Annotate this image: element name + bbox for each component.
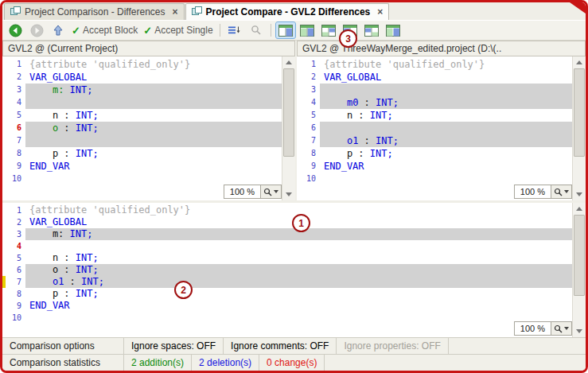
code-token: m:	[29, 228, 70, 239]
code-line: 5 n : INT;	[2, 252, 572, 264]
ignore-comments-toggle[interactable]: Ignore comments: OFF	[224, 338, 337, 354]
code-token: INT;	[76, 252, 99, 263]
code-token: END_VAR	[29, 161, 70, 172]
code-token: m:	[53, 84, 64, 95]
code-token: o :	[29, 264, 76, 275]
tab-close-icon[interactable]: ×	[377, 6, 383, 17]
ignore-properties-toggle[interactable]: Ignore properties: OFF	[337, 338, 448, 354]
navigate-differences-button[interactable]	[225, 22, 244, 38]
code-text: n : INT;	[25, 252, 572, 264]
code-line: 9END_VAR	[2, 300, 572, 312]
forward-button[interactable]	[27, 22, 46, 38]
back-button[interactable]	[6, 22, 25, 38]
view-mode-6-button[interactable]	[384, 22, 403, 38]
view-mode-2-button[interactable]	[298, 22, 317, 38]
right-vertical-scrollbar[interactable]	[572, 56, 586, 200]
accept-single-button[interactable]: ✓ Accept Single	[142, 22, 214, 38]
line-number: 4	[6, 240, 25, 252]
code-token: m0	[347, 97, 358, 108]
code-text: p : INT;	[25, 147, 282, 160]
zoom-magnifier-icon	[554, 324, 563, 333]
code-text	[320, 122, 572, 134]
left-pane-header: GVL2 @ (Current Project)	[2, 41, 295, 56]
code-token: :	[358, 97, 376, 108]
zoom-dropdown-icon	[564, 327, 569, 330]
code-token	[29, 84, 53, 95]
left-code-editor[interactable]: 1{attribute 'qualified_only'}2VAR_GLOBAL…	[2, 56, 282, 200]
zoom-button[interactable]	[260, 185, 281, 198]
code-line: 7	[2, 134, 282, 147]
scrollbar-track[interactable]	[573, 215, 586, 325]
view-mode-5-button[interactable]	[362, 22, 381, 38]
view-mode-5-icon	[364, 25, 379, 37]
line-number: 10	[6, 173, 25, 185]
code-line: 3 m: INT;	[2, 84, 282, 96]
tab-project-comparison-differences[interactable]: Project Comparison - Differences ×	[4, 3, 185, 20]
line-number: 8	[6, 147, 25, 160]
code-line: 3 m: INT;	[2, 228, 572, 240]
tab-close-icon[interactable]: ×	[173, 6, 178, 17]
right-code-editor[interactable]: 1{attribute 'qualified_only'}2VAR_GLOBAL…	[297, 56, 572, 200]
view-mode-2-icon	[300, 25, 314, 37]
scroll-down-arrow-icon	[576, 329, 582, 333]
scrollbar-track[interactable]	[282, 68, 295, 188]
zoom-level[interactable]: 100 %	[224, 185, 260, 198]
diff-list-icon	[228, 25, 241, 36]
accept-block-label: Accept Block	[83, 25, 138, 36]
scroll-down-button[interactable]	[573, 325, 586, 337]
line-number: 7	[300, 134, 320, 147]
scrollbar-thumb[interactable]	[574, 68, 585, 157]
code-text: n : INT;	[320, 109, 572, 122]
view-mode-3-button[interactable]	[319, 22, 338, 38]
up-button[interactable]	[49, 22, 68, 38]
code-text: END_VAR	[320, 160, 572, 173]
zoom-button[interactable]	[551, 185, 571, 198]
code-text: {attribute 'qualified_only'}	[25, 58, 282, 71]
merged-vertical-scrollbar[interactable]	[572, 203, 586, 337]
scroll-up-arrow-icon	[286, 60, 292, 64]
accept-block-button[interactable]: ✓ Accept Block	[70, 22, 139, 38]
merged-zoom-control: 100 %	[514, 321, 572, 336]
find-button[interactable]	[247, 22, 266, 38]
code-text: END_VAR	[25, 160, 282, 173]
code-line: 4	[2, 240, 572, 252]
zoom-dropdown-icon	[274, 190, 278, 193]
deletions-count: 2 deletion(s)	[192, 355, 259, 371]
code-line: 9END_VAR	[2, 160, 282, 173]
check-icon: ✓	[72, 25, 80, 37]
code-line: 2VAR_GLOBAL	[2, 71, 282, 84]
zoom-level[interactable]: 100 %	[515, 322, 551, 335]
line-number: 8	[6, 288, 25, 300]
scroll-down-button[interactable]	[573, 188, 586, 200]
tab-project-compare-gvl2-differences[interactable]: Project Compare - GVL2 Differences ×	[185, 3, 390, 20]
code-token: INT;	[370, 110, 393, 121]
scrollbar-track[interactable]	[573, 68, 586, 188]
corner-marker	[570, 2, 586, 14]
scrollbar-thumb[interactable]	[574, 215, 585, 296]
ignore-spaces-toggle[interactable]: Ignore spaces: OFF	[124, 338, 224, 354]
code-token: o1	[53, 276, 64, 287]
code-text: VAR_GLOBAL	[320, 71, 572, 84]
additions-count: 2 addition(s)	[124, 355, 192, 371]
scroll-up-button[interactable]	[282, 56, 295, 68]
line-number: 6	[6, 122, 25, 134]
scroll-up-button[interactable]	[573, 203, 586, 215]
zoom-magnifier-icon	[263, 188, 272, 196]
code-token: VAR_GLOBAL	[29, 216, 87, 227]
zoom-level[interactable]: 100 %	[515, 185, 551, 198]
code-token: {attribute 'qualified_only'}	[29, 204, 190, 216]
code-token: :	[58, 122, 76, 134]
view-mode-1-button[interactable]	[276, 22, 295, 38]
line-number: 8	[300, 147, 320, 160]
line-number: 9	[6, 160, 25, 173]
code-token: {attribute 'qualified_only'}	[29, 59, 190, 70]
merged-code-editor[interactable]: 1{attribute 'qualified_only'}2VAR_GLOBAL…	[2, 203, 572, 337]
code-line: 6 o : INT;	[2, 264, 572, 276]
scroll-up-button[interactable]	[573, 56, 586, 68]
scrollbar-thumb[interactable]	[283, 68, 294, 157]
line-number: 5	[300, 109, 320, 122]
scroll-down-arrow-icon	[576, 192, 582, 196]
zoom-button[interactable]	[551, 322, 571, 335]
scroll-down-button[interactable]	[282, 188, 295, 200]
left-vertical-scrollbar[interactable]	[282, 56, 295, 200]
